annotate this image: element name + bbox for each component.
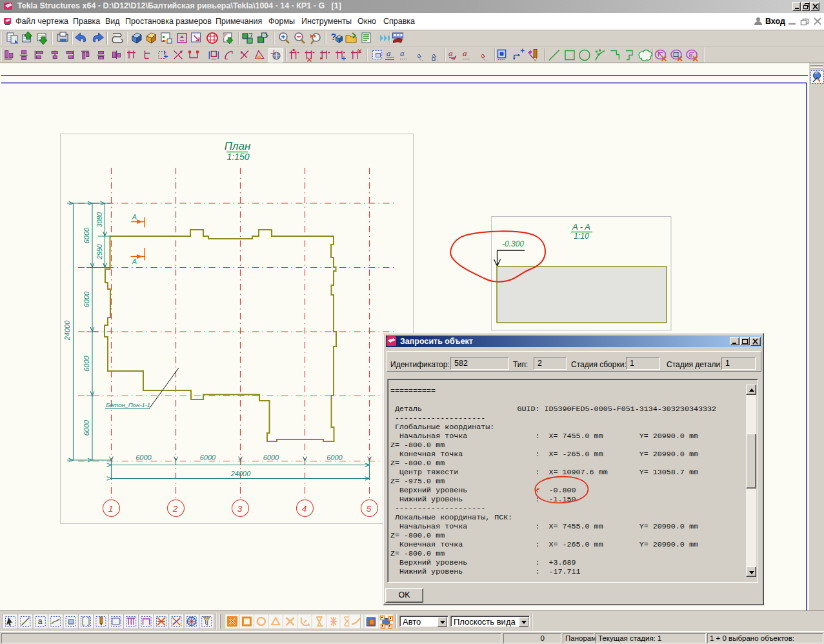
svg-text:?: ? [331,32,337,42]
svg-text:a: a [387,48,391,58]
svg-text:6000: 6000 [83,227,90,243]
svg-text:6000: 6000 [200,454,216,461]
svg-text:A: A [132,257,137,265]
svg-text:24000: 24000 [230,470,251,478]
svg-text:A - A: A - A [572,222,590,232]
svg-text:a: a [448,48,453,58]
svg-text:4: 4 [302,504,307,514]
svg-text:6000: 6000 [263,454,279,461]
svg-text:1: 1 [108,504,114,514]
svg-text:2: 2 [172,504,178,514]
svg-text:-0.300: -0.300 [502,239,524,248]
svg-text:1:150: 1:150 [226,152,249,162]
svg-text:6000: 6000 [83,291,90,307]
svg-text:План: План [225,140,251,152]
svg-text:6000: 6000 [327,454,343,461]
svg-text:a: a [38,617,43,626]
svg-text:A: A [132,213,137,221]
svg-text:a: a [478,51,487,61]
svg-text:a: a [414,51,423,61]
svg-text:24000: 24000 [63,320,71,341]
svg-text:3080: 3080 [95,212,103,228]
svg-text:6000: 6000 [136,454,152,461]
svg-text:Бетон_Пон-1-1: Бетон_Пон-1-1 [106,401,150,408]
svg-text:1:10: 1:10 [574,232,589,241]
svg-text:a: a [400,48,405,58]
svg-text:3: 3 [237,504,243,514]
svg-text:6000: 6000 [83,419,90,436]
svg-text:6000: 6000 [83,355,90,371]
svg-text:a: a [463,48,467,58]
svg-text:5: 5 [367,504,372,514]
svg-text:2990: 2990 [95,244,103,260]
svg-text:a: a [689,52,692,59]
